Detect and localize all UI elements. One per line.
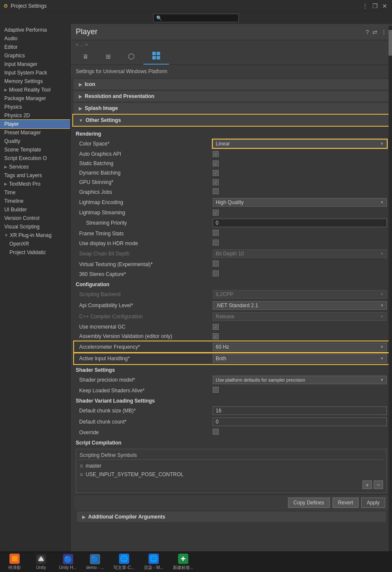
stereo-capture-checkbox[interactable] — [213, 270, 219, 276]
sidebar-item-visualscript[interactable]: Visual Scripting — [0, 222, 70, 231]
script-compilation-group-title: Script Compilation — [74, 437, 389, 447]
taskbar-item-demo[interactable]: 🔵 demo - ... — [82, 554, 108, 571]
sidebar-item-physics[interactable]: Physics — [0, 103, 70, 111]
sidebar-item-inputmgr[interactable]: Input Manager — [0, 60, 70, 68]
apply-button[interactable]: Apply — [361, 498, 385, 508]
sidebar-item-graphics[interactable]: Graphics — [0, 51, 70, 60]
sidebar-item-timeline[interactable]: Timeline — [0, 197, 70, 205]
help-icon[interactable]: ? — [365, 29, 369, 36]
virtual-texturing-label: Virtual Texturing (Experimental)* — [76, 261, 213, 267]
more-icon[interactable]: ⋮ — [381, 29, 387, 36]
restore-icon[interactable]: ❐ — [371, 3, 379, 9]
sidebar-item-versionctrl[interactable]: Version Control — [0, 214, 70, 222]
graphics-jobs-checkbox[interactable] — [213, 188, 219, 194]
svg-rect-1 — [157, 52, 160, 55]
section-icon[interactable]: ▶ Icon — [73, 79, 389, 90]
tab-webgl[interactable]: ⬡ — [119, 49, 143, 65]
taskbar-item-render[interactable]: 🌐 渲染 - M... — [140, 554, 168, 571]
sidebar-item-openxr[interactable]: OpenXR — [0, 240, 70, 248]
close-icon[interactable]: ✕ — [381, 3, 389, 9]
static-batching-checkbox[interactable] — [213, 160, 219, 166]
api-compat-dropdown[interactable]: .NET Standard 2.1 ▼ — [213, 301, 387, 310]
taskbar-item-hzy[interactable]: 🟧 何泽影 — [2, 554, 27, 571]
chunk-size-input[interactable] — [213, 406, 387, 415]
revert-button[interactable]: Revert — [333, 498, 359, 508]
sidebar-item-scriptexec[interactable]: Script Execution O — [0, 154, 70, 163]
taskbar: 🟧 何泽影 Unity 🔵 Unity H... 🔵 demo - ... 🌐 … — [0, 551, 392, 572]
frame-timing-checkbox[interactable] — [213, 230, 219, 236]
sidebar-item-tags[interactable]: Tags and Layers — [0, 171, 70, 180]
chunk-count-input[interactable] — [213, 418, 387, 426]
override-checkbox[interactable] — [213, 429, 219, 435]
sidebar-item-editor[interactable]: Editor — [0, 43, 70, 51]
setting-auto-graphics: Auto Graphics API — [74, 149, 389, 159]
search-bar — [0, 12, 392, 24]
window-controls[interactable]: ⋮ ❐ ✕ — [361, 3, 389, 9]
content-area: Player ? ⇄ ⋮ < ... > 🖥 ⊞ ⬡ — [71, 24, 392, 570]
scrollbar-track[interactable] — [389, 26, 392, 551]
sidebar-item-packagemgr[interactable]: Package Manager — [0, 94, 70, 103]
layout-icon[interactable]: ⇄ — [372, 29, 377, 36]
taskbar-item-unity-logo[interactable]: Unity — [28, 554, 54, 571]
tab-windows[interactable] — [143, 49, 169, 65]
keep-shaders-checkbox[interactable] — [213, 387, 219, 393]
menu-icon[interactable]: ⋮ — [361, 3, 369, 9]
sidebar-item-services[interactable]: ▶ Services — [0, 163, 70, 171]
lightmap-streaming-checkbox[interactable] — [213, 210, 219, 216]
taskbar-item-unityh[interactable]: 🔵 Unity H... — [55, 554, 81, 571]
incremental-gc-checkbox[interactable] — [213, 324, 219, 330]
search-input[interactable] — [153, 14, 239, 22]
copy-defines-button[interactable]: Copy Defines — [288, 498, 330, 508]
scrollbar-thumb[interactable] — [389, 30, 392, 56]
assembly-validation-checkbox[interactable] — [213, 333, 219, 339]
section-splash[interactable]: ▶ Splash Image — [73, 103, 389, 114]
sidebar-item-label: Quality — [4, 138, 20, 144]
section-additional-compiler[interactable]: ▶ Additional Compiler Arguments — [77, 511, 386, 522]
lightmap-encoding-dropdown[interactable]: High Quality ▼ — [213, 198, 387, 207]
sidebar-item-presetmgr[interactable]: Preset Manager — [0, 128, 70, 137]
sidebar-item-uibuilder[interactable]: UI Builder — [0, 205, 70, 214]
auto-graphics-checkbox[interactable] — [213, 151, 219, 157]
shader-settings-group-title: Shader Settings — [74, 365, 389, 374]
accelerometer-dropdown[interactable]: 60 Hz ▼ — [213, 343, 387, 351]
taskbar-item-new-tab[interactable]: ✚ 新建标签... — [169, 554, 198, 571]
remove-define-button[interactable]: − — [374, 480, 383, 489]
define-value-1[interactable]: master — [86, 463, 101, 469]
header-icons: ? ⇄ ⋮ — [365, 29, 387, 36]
sidebar-item-textmesh[interactable]: ▶ TextMesh Pro — [0, 180, 70, 188]
section-resolution[interactable]: ▶ Resolution and Presentation — [73, 91, 389, 102]
virtual-texturing-checkbox[interactable] — [213, 261, 219, 267]
sidebar-item-memory[interactable]: Memory Settings — [0, 77, 70, 86]
tab-uwp2[interactable]: ⊞ — [97, 50, 119, 63]
window-title: Project Settings — [11, 3, 361, 9]
active-input-dropdown[interactable]: Both ▼ — [213, 354, 387, 363]
sidebar-item-time[interactable]: Time — [0, 188, 70, 197]
color-space-dropdown[interactable]: Linear ▼ — [213, 139, 387, 148]
sidebar-item-physics2d[interactable]: Physics 2D — [0, 111, 70, 120]
cpp-compiler-dropdown[interactable]: Release ▼ — [213, 312, 387, 321]
gpu-skinning-checkbox[interactable] — [213, 179, 219, 185]
sidebar-item-adaptive[interactable]: Adaptive Performa — [0, 26, 70, 34]
add-define-button[interactable]: + — [362, 480, 372, 489]
sidebar-item-player[interactable]: Player — [0, 120, 70, 128]
sidebar-item-projectvalidation[interactable]: Project Validatic — [0, 248, 70, 257]
define-value-2[interactable]: USE_INPUT_SYSTEM_POSE_CONTROL — [86, 471, 184, 477]
chunk-count-label: Default chunk count* — [76, 419, 213, 425]
tab-desktop[interactable]: 🖥 — [74, 50, 97, 63]
sidebar-item-scenetemplate[interactable]: Scene Template — [0, 145, 70, 154]
sidebar-item-mixedreality[interactable]: ▶ Mixed Reality Tool — [0, 86, 70, 94]
swap-chain-dropdown[interactable]: Bit Depth 10 ▼ — [213, 249, 387, 258]
scripting-backend-dropdown[interactable]: IL2CPP ▼ — [213, 290, 387, 299]
active-input-label: Active Input Handling* — [76, 356, 213, 362]
section-other-settings[interactable]: ▼ Other Settings — [73, 115, 389, 126]
hdr-checkbox[interactable] — [213, 240, 219, 246]
dynamic-batching-checkbox[interactable] — [213, 170, 219, 176]
taskbar-item-write[interactable]: 🌐 写文章-C... — [109, 554, 139, 571]
streaming-priority-input[interactable] — [213, 219, 387, 227]
shader-precision-dropdown[interactable]: Use platform defaults for sampler precis… — [213, 376, 387, 384]
sidebar-item-quality[interactable]: Quality — [0, 137, 70, 145]
sidebar-item-audio[interactable]: Audio — [0, 34, 70, 43]
sidebar-item-xrplugin[interactable]: ▼ XR Plug-in Manag — [0, 231, 70, 240]
graphics-jobs-label: Graphics Jobs — [76, 189, 213, 195]
sidebar-item-inputsys[interactable]: Input System Pack — [0, 68, 70, 77]
